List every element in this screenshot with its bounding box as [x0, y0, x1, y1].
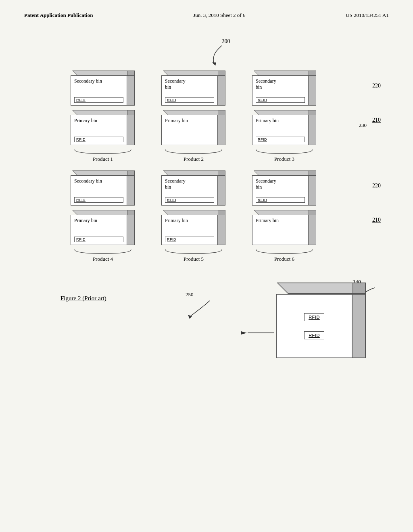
secondary-bin-4: Secondary bin RFID: [71, 170, 135, 207]
rfid-badge: RFID: [256, 197, 305, 203]
bin-front-face: Primary bin RFID: [161, 215, 218, 245]
rfid-badge-reader-bottom: RFID: [304, 331, 324, 339]
brace-5: [163, 249, 224, 254]
bin-front-face: Primary bin: [161, 115, 218, 145]
rfid-badge: RFID: [165, 237, 214, 242]
bin-front-face: Secondarybin RFID: [161, 75, 218, 106]
ref-210-bot: 210: [372, 217, 381, 223]
bin-right-face: [127, 215, 135, 245]
bin-right-face: [218, 215, 225, 245]
primary-bin-label: Primary bin: [74, 118, 123, 124]
bottom-row-section: 220 210 Secondary bin RFID: [24, 170, 389, 262]
product-label-1: Product 1: [93, 156, 113, 162]
secondary-bin-label: Secondary bin: [74, 78, 123, 84]
product-label-5: Product 5: [184, 256, 204, 262]
bin-front-face: Secondary bin RFID: [71, 75, 127, 106]
ref-210-top: 210: [372, 117, 381, 123]
rfid-badge: RFID: [74, 97, 123, 103]
rfid-badge: RFID: [256, 97, 305, 103]
primary-bin-label: Primary bin: [256, 218, 305, 224]
rfid-badge: RFID: [165, 97, 214, 103]
product-group-2: Secondarybin RFID Primary bin: [151, 71, 236, 162]
product-label-2: Product 2: [184, 156, 204, 162]
bin-front-face: Primary bin RFID: [71, 115, 127, 145]
bin-front-face: Secondarybin RFID: [252, 175, 309, 206]
bin-right-face: [309, 175, 316, 206]
product-group-3: Secondarybin RFID Primary bin RFID: [242, 71, 327, 162]
bin-right-face: [218, 75, 225, 106]
rfid-badge-reader-top: RFID: [304, 313, 324, 321]
bin-right-face: [309, 115, 316, 145]
page: Patent Application Publication Jun. 3, 2…: [0, 0, 413, 532]
product-label-6: Product 6: [274, 256, 294, 262]
reader-arrow: [240, 325, 276, 343]
primary-bin-label: Primary bin: [74, 218, 123, 224]
svg-marker-3: [241, 331, 247, 335]
ref-250-label: 250: [186, 291, 194, 297]
primary-bin-3: Primary bin RFID: [252, 110, 317, 146]
brace-4: [73, 249, 133, 254]
rfid-badge: RFID: [74, 137, 123, 142]
rfid-badge: RFID: [74, 197, 123, 203]
product-group-6: Secondarybin RFID Primary bin: [242, 170, 327, 262]
bin-front-face: Primary bin RFID: [252, 115, 309, 145]
page-header: Patent Application Publication Jun. 3, 2…: [24, 12, 389, 22]
header-right: US 2010/134251 A1: [346, 12, 389, 19]
top-row-section: 220 210 230 Secondary bin RFID: [24, 71, 389, 162]
bin-right-face: [127, 175, 135, 206]
reader-box: RFID RFID: [276, 283, 365, 359]
primary-bin-1: Primary bin RFID: [71, 110, 135, 146]
brace-1: [73, 149, 133, 154]
bin-front-face: Secondary bin RFID: [71, 175, 127, 206]
figure-label: Figure 2 (Prior art): [60, 295, 106, 301]
bin-front-face: Secondarybin RFID: [252, 75, 309, 106]
brace-6: [254, 249, 315, 254]
svg-marker-0: [212, 62, 216, 66]
bin-right-face: [309, 215, 316, 245]
bin-right-face: [127, 75, 135, 106]
ref-200-label: 200: [218, 38, 234, 45]
bin-front-face: Primary bin: [252, 215, 309, 245]
primary-bin-label: Primary bin: [165, 218, 214, 224]
primary-bin-5: Primary bin RFID: [161, 210, 226, 246]
secondary-bin-label: Secondarybin: [165, 178, 214, 190]
secondary-bin-label: Secondarybin: [256, 178, 305, 190]
header-left: Patent Application Publication: [24, 12, 93, 19]
secondary-bin-1: Secondary bin RFID: [71, 71, 135, 107]
ref-220-bot: 220: [372, 183, 381, 189]
product-label-3: Product 3: [274, 156, 294, 162]
secondary-bin-6: Secondarybin RFID: [252, 170, 317, 207]
ref-220-top: 220: [372, 83, 381, 89]
secondary-bin-3: Secondarybin RFID: [252, 71, 317, 107]
primary-bin-label: Primary bin: [165, 118, 214, 124]
product-label-4: Product 4: [93, 256, 113, 262]
secondary-bin-label: Secondarybin: [165, 78, 214, 90]
secondary-bin-5: Secondarybin RFID: [161, 170, 226, 207]
bin-right-face: [218, 115, 225, 145]
product-group-4: Secondary bin RFID Primary bin RFID: [60, 170, 145, 262]
brace-2: [163, 149, 224, 154]
bin-right-face: [127, 115, 135, 145]
bin-front-face: Secondarybin RFID: [161, 175, 218, 206]
primary-bin-label: Primary bin: [256, 118, 305, 124]
primary-bin-2: Primary bin: [161, 110, 226, 146]
secondary-bin-label: Secondary bin: [74, 178, 123, 184]
bin-front-face: Primary bin RFID: [71, 215, 127, 245]
product-group-5: Secondarybin RFID Primary bin RFID: [151, 170, 236, 262]
secondary-bin-label: Secondarybin: [256, 78, 305, 90]
header-center: Jun. 3, 2010 Sheet 2 of 6: [193, 12, 245, 19]
rfid-badge: RFID: [74, 237, 123, 242]
rfid-badge: RFID: [256, 137, 305, 142]
primary-bin-6: Primary bin: [252, 210, 317, 246]
ref-230: 230: [359, 122, 367, 129]
rfid-badge: RFID: [165, 197, 214, 203]
main-content: 200 220 210 230: [24, 30, 389, 383]
brace-3: [254, 149, 315, 154]
primary-bin-4: Primary bin RFID: [71, 210, 135, 246]
bin-right-face: [218, 175, 225, 206]
product-group-1: Secondary bin RFID Primary bin RFID: [60, 71, 145, 162]
bin-right-face: [309, 75, 316, 106]
secondary-bin-2: Secondarybin RFID: [161, 71, 226, 107]
